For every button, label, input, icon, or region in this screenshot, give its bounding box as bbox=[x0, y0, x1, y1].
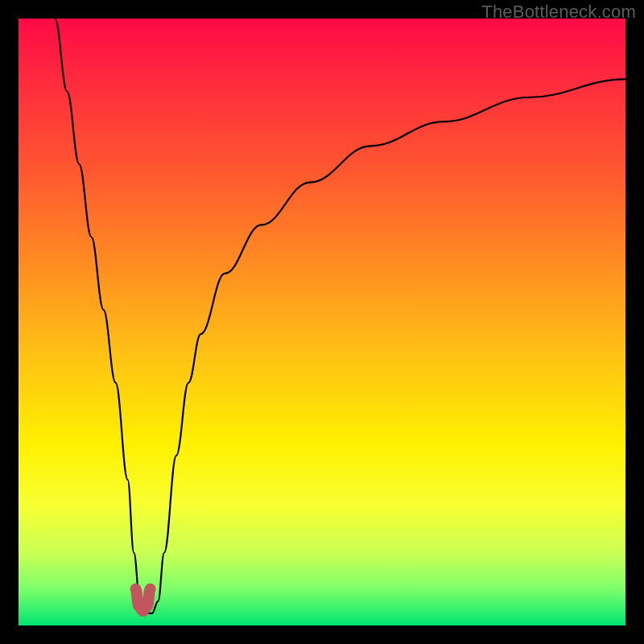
chart-svg bbox=[19, 19, 625, 625]
optimal-marker bbox=[136, 589, 151, 611]
chart-frame bbox=[19, 19, 625, 625]
watermark-text: TheBottleneck.com bbox=[481, 2, 636, 23]
bottleneck-curve bbox=[55, 19, 625, 613]
